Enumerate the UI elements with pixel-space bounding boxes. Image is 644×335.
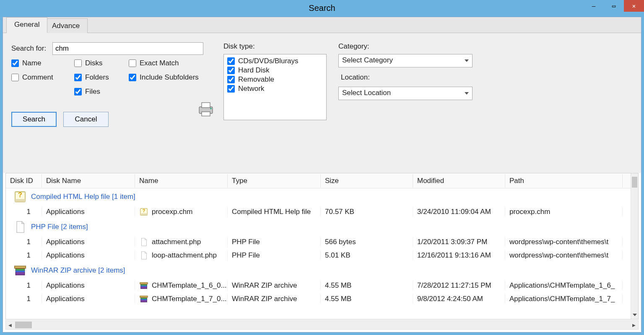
col-modified[interactable]: Modified [413, 174, 505, 188]
file-icon [13, 220, 27, 234]
cell-size: 4.55 MB [321, 281, 413, 291]
col-size[interactable]: Size [321, 174, 413, 188]
category-label: Category: [338, 42, 473, 51]
disk-type-network[interactable]: Network [227, 85, 323, 93]
maximize-button[interactable]: ▭ [604, 0, 624, 12]
search-form: Search for: Name Disks Exact Match Comme… [3, 33, 641, 173]
grid-body[interactable]: Compiled HTML Help file [1 item]1Applica… [6, 188, 631, 319]
scroll-down-arrow[interactable] [632, 312, 637, 318]
group-header[interactable]: Compiled HTML Help file [1 item] [6, 188, 631, 205]
svg-rect-1 [202, 103, 210, 108]
col-path[interactable]: Path [505, 174, 623, 188]
col-name[interactable]: Name [135, 174, 228, 188]
disk-type-removable[interactable]: Removable [227, 75, 323, 84]
cell-name: attachment.php [135, 237, 228, 247]
svg-rect-2 [202, 112, 210, 116]
cell-type: PHP File [228, 237, 321, 247]
cell-disk-id: 1 [6, 250, 42, 260]
checkbox-comment[interactable]: Comment [11, 73, 74, 82]
disk-type-cds[interactable]: CDs/DVDs/Blurays [227, 57, 323, 65]
close-button[interactable]: ✕ [624, 0, 644, 12]
table-row[interactable]: 1Applicationsprocexp.chmCompiled HTML He… [6, 205, 631, 219]
cell-type: PHP File [228, 250, 321, 260]
cell-name: CHMTemplate_1_7_0... [135, 294, 228, 304]
cell-path: wordpress\wp-content\themes\t [505, 237, 623, 247]
checkbox-folders[interactable]: Folders [74, 73, 129, 82]
cell-type: WinRAR ZIP archive [228, 281, 321, 291]
cell-size: 70.57 KB [321, 207, 413, 217]
col-type[interactable]: Type [228, 174, 321, 188]
cell-path: Applications\CHMTemplate_1_7_ [505, 294, 623, 304]
cell-modified: 7/28/2012 11:27:15 PM [413, 281, 505, 291]
cell-name: CHMTemplate_1_6_0... [135, 280, 228, 291]
group-header[interactable]: WinRAR ZIP archive [2 items] [6, 262, 631, 279]
tab-advance[interactable]: Advance [44, 18, 88, 33]
scroll-thumb-h[interactable] [15, 322, 32, 328]
category-combo[interactable]: Select Category [338, 54, 473, 67]
horizontal-scrollbar[interactable]: ◄ ► [5, 320, 639, 330]
scroll-track[interactable] [14, 321, 630, 329]
cell-size: 5.01 KB [321, 250, 413, 260]
checkbox-disks[interactable]: Disks [74, 59, 129, 67]
checkbox-files[interactable]: Files [74, 88, 129, 96]
cell-disk-name: Applications [42, 237, 135, 247]
minimize-button[interactable]: — [584, 0, 604, 12]
cell-disk-name: Applications [42, 250, 135, 260]
col-disk-name[interactable]: Disk Name [42, 174, 135, 188]
cancel-button[interactable]: Cancel [63, 112, 109, 127]
cell-disk-id: 1 [6, 237, 42, 247]
cell-path: Applications\CHMTemplate_1_6_ [505, 281, 623, 291]
disk-type-label: Disk type: [223, 42, 327, 51]
checkbox-exact-match[interactable]: Exact Match [129, 59, 213, 67]
location-label: Location: [341, 73, 473, 82]
svg-point-3 [210, 108, 212, 109]
cell-modified: 1/20/2011 3:09:37 PM [413, 237, 505, 247]
cell-disk-id: 1 [6, 294, 42, 304]
disk-type-hard-disk[interactable]: Hard Disk [227, 66, 323, 75]
cell-path: procexp.chm [505, 207, 623, 217]
tab-bar: General Advance [3, 17, 641, 33]
cell-name: procexp.chm [135, 206, 228, 217]
search-for-label: Search for: [11, 44, 46, 52]
cell-disk-name: Applications [42, 294, 135, 304]
scroll-left-arrow[interactable]: ◄ [6, 322, 14, 328]
results-grid[interactable]: Disk ID Disk Name Name Type Size Modifie… [5, 173, 639, 320]
cell-disk-name: Applications [42, 281, 135, 291]
table-row[interactable]: 1Applicationsattachment.phpPHP File566 b… [6, 235, 631, 249]
cell-modified: 3/24/2010 11:09:04 AM [413, 207, 505, 217]
table-row[interactable]: 1ApplicationsCHMTemplate_1_6_0...WinRAR … [6, 279, 631, 292]
vertical-scrollbar[interactable] [631, 173, 638, 319]
cell-disk-name: Applications [42, 207, 135, 217]
cell-type: WinRAR ZIP archive [228, 294, 321, 304]
window-controls: — ▭ ✕ [584, 0, 644, 12]
printer-icon[interactable] [196, 99, 216, 121]
title-bar: Search — ▭ ✕ [0, 0, 644, 17]
location-combo[interactable]: Select Location [338, 87, 473, 100]
search-for-input[interactable] [52, 42, 203, 55]
cell-modified: 9/8/2012 4:24:50 AM [413, 294, 505, 304]
col-disk-id[interactable]: Disk ID [6, 174, 42, 188]
group-label: WinRAR ZIP archive [2 items] [31, 266, 125, 275]
cell-modified: 12/16/2011 9:13:16 AM [413, 250, 505, 260]
cell-name: loop-attachment.php [135, 250, 228, 261]
rar-icon [13, 264, 27, 277]
cell-size: 566 bytes [321, 237, 413, 247]
tab-general[interactable]: General [6, 17, 47, 33]
scroll-right-arrow[interactable]: ► [630, 322, 638, 328]
group-label: Compiled HTML Help file [1 item] [31, 193, 135, 201]
cell-disk-id: 1 [6, 207, 42, 217]
scroll-thumb[interactable] [632, 177, 637, 188]
search-button[interactable]: Search [11, 112, 57, 127]
table-row[interactable]: 1ApplicationsCHMTemplate_1_7_0...WinRAR … [6, 292, 631, 306]
group-header[interactable]: PHP File [2 items] [6, 219, 631, 235]
window-title: Search [309, 3, 335, 13]
cell-path: wordpress\wp-content\themes\t [505, 250, 623, 260]
checkbox-include-subfolders[interactable]: Include Subfolders [129, 73, 213, 82]
cell-disk-id: 1 [6, 281, 42, 291]
main-panel: General Advance Search for: Name Disks E… [3, 17, 641, 332]
cell-size: 4.55 MB [321, 294, 413, 304]
table-row[interactable]: 1Applicationsloop-attachment.phpPHP File… [6, 249, 631, 262]
checkbox-name[interactable]: Name [11, 59, 74, 67]
disk-type-list[interactable]: CDs/DVDs/Blurays Hard Disk Removable Net… [223, 54, 327, 120]
cell-type: Compiled HTML Help file [228, 207, 321, 217]
